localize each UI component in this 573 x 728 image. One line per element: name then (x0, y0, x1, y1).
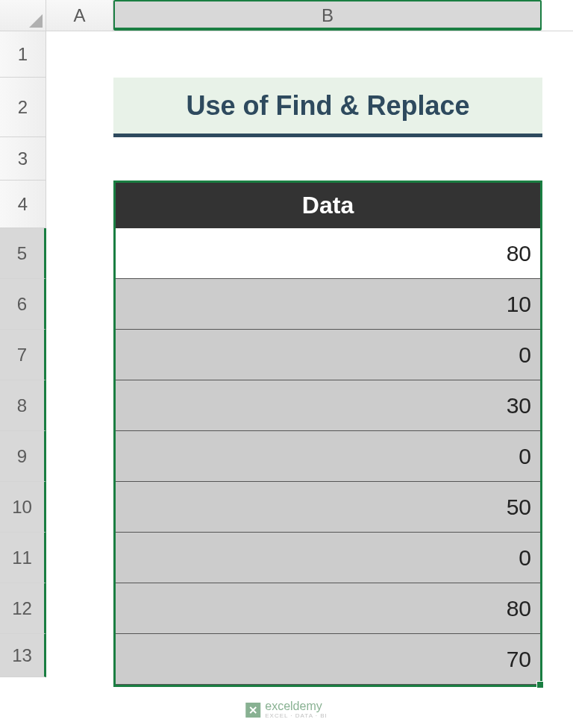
column-b-cells: Use of Find & Replace Data 80 10 0 30 0 … (113, 31, 542, 687)
row-header-11[interactable]: 11 (0, 533, 46, 583)
selection-fill-handle[interactable] (536, 681, 544, 688)
cells-area: Use of Find & Replace Data 80 10 0 30 0 … (46, 31, 573, 728)
cell-b5[interactable]: 80 (116, 228, 540, 279)
row-header-8[interactable]: 8 (0, 380, 46, 431)
watermark-tagline: EXCEL · DATA · BI (265, 712, 328, 719)
row-header-13[interactable]: 13 (0, 634, 46, 677)
column-header-b[interactable]: B (113, 0, 542, 31)
row-header-1[interactable]: 1 (0, 31, 46, 78)
data-header-cell[interactable]: Data (113, 181, 542, 228)
row-header-3[interactable]: 3 (0, 137, 46, 181)
row-header-12[interactable]: 12 (0, 583, 46, 634)
column-headers-row: A B (0, 0, 573, 31)
cell-b10[interactable]: 50 (116, 482, 540, 533)
watermark-logo-icon (245, 703, 260, 718)
row-header-6[interactable]: 6 (0, 279, 46, 330)
cell-b6[interactable]: 10 (116, 279, 540, 330)
spreadsheet-grid: A B 1 2 3 4 5 6 7 8 9 10 11 12 13 Use of… (0, 0, 573, 728)
row-header-5[interactable]: 5 (0, 228, 46, 279)
cell-b13[interactable]: 70 (116, 634, 540, 685)
row-header-10[interactable]: 10 (0, 482, 46, 533)
cell-b11[interactable]: 0 (116, 533, 540, 583)
select-all-corner[interactable] (0, 0, 46, 31)
row-header-2[interactable]: 2 (0, 78, 46, 137)
cell-b8[interactable]: 30 (116, 380, 540, 431)
watermark: exceldemy EXCEL · DATA · BI (245, 700, 328, 719)
column-header-a[interactable]: A (46, 0, 113, 31)
cell-b9[interactable]: 0 (116, 431, 540, 482)
data-selection-range: 80 10 0 30 0 50 0 80 70 (113, 228, 542, 687)
row-header-7[interactable]: 7 (0, 330, 46, 380)
grid-body: 1 2 3 4 5 6 7 8 9 10 11 12 13 Use of Fin… (0, 31, 573, 728)
cell-b7[interactable]: 0 (116, 330, 540, 380)
watermark-text-block: exceldemy EXCEL · DATA · BI (265, 700, 328, 719)
cell-b3[interactable] (113, 137, 542, 181)
row-headers: 1 2 3 4 5 6 7 8 9 10 11 12 13 (0, 31, 46, 728)
row-header-4[interactable]: 4 (0, 181, 46, 228)
watermark-brand: exceldemy (265, 700, 328, 712)
cell-b12[interactable]: 80 (116, 583, 540, 634)
row-header-9[interactable]: 9 (0, 431, 46, 482)
title-cell[interactable]: Use of Find & Replace (113, 78, 542, 137)
